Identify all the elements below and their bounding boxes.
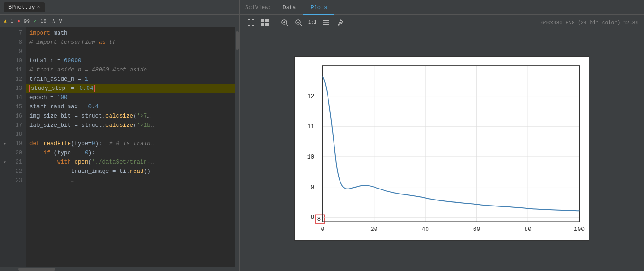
chart-wrapper: 8 9 10 11 12 8 0 20 40 60 80 100 (294, 56, 589, 241)
code-line-7: import math (26, 29, 235, 38)
svg-text:80: 80 (524, 226, 532, 233)
code-line-15: start_rand_max = 0.4 (26, 102, 235, 112)
warning-icon: ▲ (4, 18, 7, 24)
svg-rect-9 (323, 24, 329, 25)
gutter-10 (0, 56, 9, 65)
svg-text:11: 11 (307, 123, 315, 130)
gutter-17 (0, 121, 9, 130)
zoom-out-icon[interactable] (293, 17, 304, 28)
gutter-14 (0, 93, 9, 102)
code-line-23: … (26, 176, 235, 185)
code-line-11: # train_aside_n = 48000 #set aside . (26, 65, 235, 75)
image-info: 640x480 PNG (24-bit color) 12.89 (541, 20, 638, 25)
svg-text:10: 10 (307, 153, 315, 160)
code-line-8: # import tensorflow as tf (26, 38, 235, 47)
svg-text:40: 40 (422, 226, 429, 233)
svg-text:12: 12 (307, 93, 315, 100)
ok-count: 18 (41, 18, 47, 24)
gutter-9 (0, 47, 9, 56)
gutter-23 (0, 176, 9, 185)
tab-plots[interactable]: Plots (303, 2, 334, 15)
eyedropper-icon[interactable] (334, 17, 346, 28)
gutter-15 (0, 102, 9, 112)
svg-line-6 (300, 24, 302, 26)
code-content[interactable]: import math # import tensorflow as tf to… (26, 27, 235, 267)
code-line-13: study_step = 0.04 (26, 84, 235, 93)
code-line-16: img_size_bit = struct.calcsize('>7… (26, 112, 235, 121)
svg-rect-8 (323, 22, 329, 23)
sciview-panel: SciView: Data Plots (240, 0, 644, 271)
code-line-21: with open('./dataSet/train-… (26, 158, 235, 167)
fit-icon[interactable] (245, 17, 257, 28)
horizontal-scrollbar[interactable] (0, 267, 239, 271)
toolbar-sep-1 (275, 18, 275, 27)
reset-zoom-icon[interactable]: 1:1 (306, 17, 318, 28)
code-line-12: train_aside_n = 1 (26, 75, 235, 84)
chart-svg: 8 9 10 11 12 8 0 20 40 60 80 100 (295, 57, 589, 240)
svg-rect-7 (323, 20, 329, 21)
nav-down-icon[interactable]: ∨ (59, 18, 62, 24)
error-count: 99 (24, 18, 30, 24)
editor-tab-bar: BPnet.py × (0, 0, 239, 15)
svg-text:8: 8 (311, 214, 315, 221)
svg-line-3 (286, 24, 288, 26)
sciview-toolbar: 1:1 640x480 PNG (24-bit color) 12.89 (240, 15, 644, 30)
gutter-icons: ▾ ▾ (0, 27, 9, 267)
editor-panel: BPnet.py × ▲ 1 ● 99 ✔ 18 ∧ ∨ ▾ (0, 0, 240, 271)
svg-text:20: 20 (370, 226, 378, 233)
gutter-20 (0, 148, 9, 158)
gutter-18 (0, 130, 9, 139)
warning-bar: ▲ 1 ● 99 ✔ 18 ∧ ∨ (0, 15, 239, 27)
code-line-17: lab_size_bit = struct.calcsize('>1b… (26, 121, 235, 130)
code-line-19: def readFile(type=0): # 0 is train… (26, 139, 235, 148)
zoom-in-icon[interactable] (279, 17, 291, 28)
gutter-11 (0, 65, 9, 75)
warning-count: 1 (11, 18, 14, 24)
sciview-tabs: SciView: Data Plots (240, 0, 644, 15)
vertical-scrollbar[interactable] (235, 27, 239, 267)
gutter-13 (0, 84, 9, 93)
file-tab-bpnet[interactable]: BPnet.py × (4, 2, 45, 12)
line-numbers: 7 8 9 10 11 12 13 14 15 16 17 18 19 20 2… (9, 27, 26, 267)
gutter-22 (0, 167, 9, 176)
gutter-7 (0, 29, 9, 38)
svg-text:100: 100 (574, 226, 585, 233)
chart-container: 8 9 10 11 12 8 0 20 40 60 80 100 (240, 30, 644, 271)
gutter-21[interactable]: ▾ (0, 158, 9, 167)
error-dot-icon: ● (17, 18, 20, 24)
code-line-20: if (type == 0): (26, 148, 235, 158)
settings-icon[interactable] (320, 17, 332, 28)
gutter-8 (0, 38, 9, 47)
tab-data[interactable]: Data (275, 2, 304, 15)
ok-icon: ✔ (34, 18, 37, 24)
code-line-14: epoch = 100 (26, 93, 235, 102)
file-tab-label: BPnet.py (8, 4, 35, 11)
gutter-19[interactable]: ▾ (0, 139, 9, 148)
gutter-16 (0, 112, 9, 121)
sciview-label: SciView: (245, 2, 272, 14)
grid-icon[interactable] (259, 17, 271, 28)
code-line-10: total_n = 60000 (26, 56, 235, 65)
svg-text:60: 60 (473, 226, 480, 233)
code-line-18 (26, 130, 235, 139)
svg-rect-11 (295, 57, 589, 240)
tab-close-icon[interactable]: × (37, 5, 40, 10)
svg-text:9: 9 (311, 184, 315, 191)
code-line-22: train_image = ti.read() (26, 167, 235, 176)
code-line-9 (26, 47, 235, 56)
code-area: ▾ ▾ 7 8 9 10 11 12 13 14 15 16 17 18 19 … (0, 27, 239, 267)
svg-text:0: 0 (321, 226, 324, 233)
nav-up-icon[interactable]: ∧ (52, 18, 55, 24)
gutter-12 (0, 75, 9, 84)
svg-text:8: 8 (317, 216, 321, 223)
